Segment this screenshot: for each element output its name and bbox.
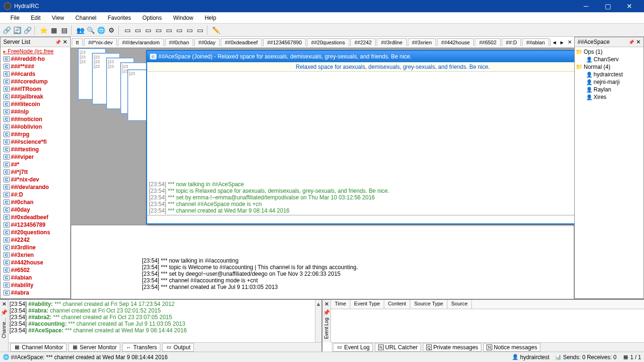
tab-url-catcher[interactable]: NURL Catcher [375, 343, 421, 352]
tab-transfers[interactable]: ↔Transfers [122, 343, 160, 352]
toolbar-window2-icon[interactable]: ▭ [133, 25, 142, 35]
channel-tree-item[interactable]: C##442house [1, 259, 69, 266]
toolbar-reconnect-icon[interactable]: 🔄 [12, 25, 22, 35]
toolbar-search-icon[interactable]: 🔍 [86, 25, 95, 35]
tab-event-log[interactable]: ▭Event Log [333, 343, 373, 352]
toolbar-window7-icon[interactable]: ▭ [185, 25, 194, 35]
channel-tab[interactable]: ##6502 [475, 38, 501, 46]
menu-edit[interactable]: Edit [25, 12, 46, 24]
tab-notice-messages[interactable]: NNotice messages [483, 343, 540, 352]
channel-tree-item[interactable]: C##0xdeadbeef [1, 214, 69, 221]
menu-favorites[interactable]: Favorites [102, 12, 137, 24]
channel-tree-item[interactable]: C##abian [1, 274, 69, 281]
channel-tab[interactable]: ##3xrien [408, 38, 436, 46]
menu-channel[interactable]: Channel [70, 12, 102, 24]
channel-tree-item[interactable]: C###litecoin [1, 100, 69, 108]
channel-tab[interactable]: tt [72, 38, 83, 46]
col-source[interactable]: Source [447, 300, 472, 309]
channel-tree-item[interactable]: C###nlp [1, 108, 69, 115]
channel-tree-item[interactable]: C###**### [1, 63, 69, 70]
channel-tab[interactable]: ##442house [437, 38, 474, 46]
channel-tab[interactable]: ##1234567890 [263, 38, 306, 46]
child-window-titlebar[interactable]: C ##AceSpace (Joined) - Relaxed space fo… [147, 51, 574, 62]
channel-tree-item[interactable]: C###rpg [1, 131, 69, 138]
pane-close-icon[interactable]: ✕ [324, 301, 329, 307]
channel-tab[interactable]: ##0xdeadbeef [221, 38, 262, 46]
toolbar-list-icon[interactable]: ▤ [59, 25, 69, 35]
message-area[interactable]: [23:54] *** now talking in ##AceSpace[23… [147, 72, 574, 215]
pane-pin-icon[interactable]: 📌 [323, 309, 330, 316]
channel-tree-item[interactable]: C##* [1, 161, 69, 168]
toolbar-window5-icon[interactable]: ▭ [164, 25, 173, 35]
channel-tree-item[interactable]: C###oblivion [1, 123, 69, 131]
channel-tree-item[interactable]: C###jailbreak [1, 93, 69, 100]
channel-tree-item[interactable]: C##abra [1, 289, 69, 296]
channel-tree-item[interactable]: C##3xrien [1, 251, 69, 259]
channel-tree-item[interactable]: C##6502 [1, 266, 69, 274]
menu-options[interactable]: Options [137, 12, 167, 24]
channel-tree-item[interactable]: C##0chan [1, 198, 69, 206]
col-time[interactable]: Time [331, 300, 350, 309]
tab-private-messages[interactable]: QPrivate messages [423, 343, 481, 352]
tab-next-icon[interactable]: ► [558, 40, 566, 45]
tab-prev-icon[interactable]: ◄ [551, 40, 558, 45]
channel-tree-item[interactable]: C##2242 [1, 236, 69, 244]
toolbar-window4-icon[interactable]: ▭ [154, 25, 163, 35]
channel-tree-item[interactable]: C###ITRoom [1, 85, 69, 93]
col-source-type[interactable]: Source Type [410, 300, 447, 309]
channel-tree-item[interactable]: C##*nix-dev [1, 176, 69, 183]
channel-tab[interactable]: ##3rdline [377, 38, 406, 46]
minimize-button[interactable]: ─ [575, 0, 597, 12]
toolbar-connect-icon[interactable]: 🔗 [2, 25, 11, 35]
toolbar-users-icon[interactable]: 👥 [75, 25, 85, 35]
col-content[interactable]: Content [384, 300, 411, 309]
channel-tree-item[interactable]: C##ability [1, 281, 69, 289]
channel-tab[interactable]: ##2242 [350, 38, 376, 46]
toolbar-globe-icon[interactable]: 🌐 [96, 25, 106, 35]
channel-tree-item[interactable]: C###viper [1, 153, 69, 161]
channel-tree-item[interactable]: C##:D [1, 191, 69, 198]
channel-tab[interactable]: ##*nix-dev [84, 38, 117, 46]
tab-output[interactable]: ▭Output [162, 343, 194, 352]
channel-tree-item[interactable]: C###noticion [1, 115, 69, 123]
pin-icon[interactable]: 📌 [628, 40, 634, 45]
col-event-type[interactable]: Event Type [350, 300, 384, 309]
channel-tree[interactable]: ▸ FreeNode (irc.free C###reddit-hoC###**… [0, 47, 70, 298]
toolbar-window1-icon[interactable]: ▭ [123, 25, 132, 35]
tab-channel-monitor[interactable]: ▦Channel Monitor [10, 343, 66, 352]
pin-icon[interactable]: 📌 [55, 40, 61, 45]
close-pane-icon[interactable]: ✕ [636, 39, 641, 45]
close-button[interactable]: ✕ [619, 0, 640, 12]
channel-tree-item[interactable]: C###reddit-ho [1, 55, 69, 63]
menu-file[interactable]: File [5, 12, 25, 24]
channel-tree-item[interactable]: C##0day [1, 206, 69, 214]
menu-window[interactable]: Window [167, 12, 199, 24]
channel-tree-item[interactable]: C###cards [1, 70, 69, 78]
pane-close-icon[interactable]: ✕ [2, 301, 7, 307]
maximize-button[interactable]: ▢ [597, 0, 619, 12]
toolbar-star-icon[interactable]: ⭐ [39, 25, 48, 35]
toolbar-tile-icon[interactable]: ▦ [49, 25, 58, 35]
close-pane-icon[interactable]: ✕ [63, 39, 67, 45]
right-user-list[interactable]: 📁Ops (1) 👤ChanServ 📁Normal (4) 👤hydrairc… [575, 47, 644, 298]
tab-close-icon[interactable]: ✕ [566, 39, 573, 45]
channel-tree-item[interactable]: C###coredump [1, 78, 69, 85]
bg-channel-window[interactable]: [23:54] *** now talking in ##accounting[… [71, 225, 574, 299]
channel-tree-item[interactable]: C###science*fi [1, 138, 69, 146]
channel-tree-item[interactable]: C##/dev/arando [1, 183, 69, 191]
channel-tree-item[interactable]: C##20questions [1, 229, 69, 236]
channel-tab[interactable]: ##abian [522, 38, 549, 46]
toolbar-window8-icon[interactable]: ▭ [195, 25, 205, 35]
menu-help[interactable]: Help [199, 12, 222, 24]
channel-tab[interactable]: ##:D [502, 38, 521, 46]
tab-server-monitor[interactable]: ▦Server Monitor [68, 343, 120, 352]
toolbar-disconnect-icon[interactable]: 🔗 [23, 25, 32, 35]
channel-tree-item[interactable]: C##*j7tt [1, 168, 69, 176]
channel-tab[interactable]: ##/dev/arandom [118, 38, 164, 46]
channel-tab[interactable]: ##0chan [165, 38, 193, 46]
message-input[interactable] [147, 215, 574, 223]
channel-tree-item[interactable]: C##3rdline [1, 244, 69, 251]
channel-tab[interactable]: ##0day [194, 38, 220, 46]
channel-tab[interactable]: ##20questions [307, 38, 349, 46]
channel-tree-item[interactable]: C##123456789 [1, 221, 69, 229]
